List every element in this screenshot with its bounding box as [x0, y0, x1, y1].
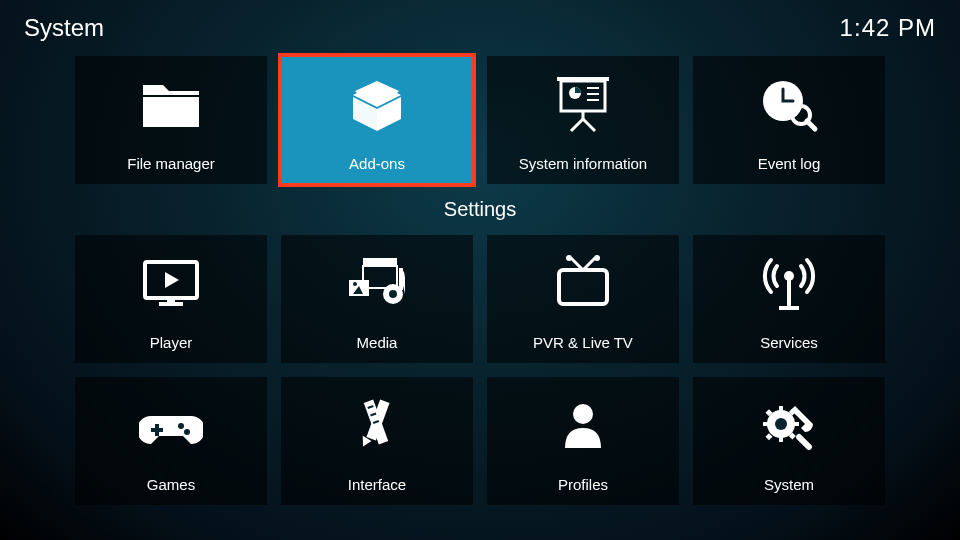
presentation-icon	[551, 70, 615, 138]
tile-games[interactable]: Games	[75, 377, 267, 505]
tile-label: Media	[357, 334, 398, 351]
pencil-ruler-icon	[345, 391, 409, 459]
tile-label: Add-ons	[349, 155, 405, 172]
gear-wrench-icon	[757, 391, 821, 459]
tile-system-information[interactable]: System information	[487, 56, 679, 184]
media-library-icon	[345, 249, 409, 317]
tile-label: File manager	[127, 155, 215, 172]
tile-label: System	[764, 476, 814, 493]
settings-row-1: PlayerMediaPVR & Live TVServices	[0, 235, 960, 363]
tile-pvr-live-tv[interactable]: PVR & Live TV	[487, 235, 679, 363]
tile-services[interactable]: Services	[693, 235, 885, 363]
folder-icon	[139, 70, 203, 138]
tv-icon	[551, 249, 615, 317]
tile-label: Player	[150, 334, 193, 351]
gamepad-icon	[139, 391, 203, 459]
section-title: Settings	[0, 198, 960, 221]
tile-label: Services	[760, 334, 818, 351]
tile-system[interactable]: System	[693, 377, 885, 505]
tile-label: System information	[519, 155, 647, 172]
page-title: System	[24, 14, 104, 42]
clock-search-icon	[757, 70, 821, 138]
tile-label: Event log	[758, 155, 821, 172]
tile-profiles[interactable]: Profiles	[487, 377, 679, 505]
tile-file-manager[interactable]: File manager	[75, 56, 267, 184]
tile-event-log[interactable]: Event log	[693, 56, 885, 184]
clock: 1:42 PM	[840, 14, 936, 42]
top-row: File managerAdd-onsSystem informationEve…	[0, 56, 960, 184]
tile-player[interactable]: Player	[75, 235, 267, 363]
monitor-play-icon	[139, 249, 203, 317]
header-bar: System 1:42 PM	[0, 0, 960, 42]
tile-add-ons[interactable]: Add-ons	[281, 56, 473, 184]
antenna-icon	[757, 249, 821, 317]
box-icon	[345, 70, 409, 138]
tile-label: PVR & Live TV	[533, 334, 633, 351]
tile-interface[interactable]: Interface	[281, 377, 473, 505]
tile-label: Profiles	[558, 476, 608, 493]
settings-row-2: GamesInterfaceProfilesSystem	[0, 377, 960, 505]
tile-label: Interface	[348, 476, 406, 493]
tile-media[interactable]: Media	[281, 235, 473, 363]
tile-label: Games	[147, 476, 195, 493]
user-icon	[551, 391, 615, 459]
